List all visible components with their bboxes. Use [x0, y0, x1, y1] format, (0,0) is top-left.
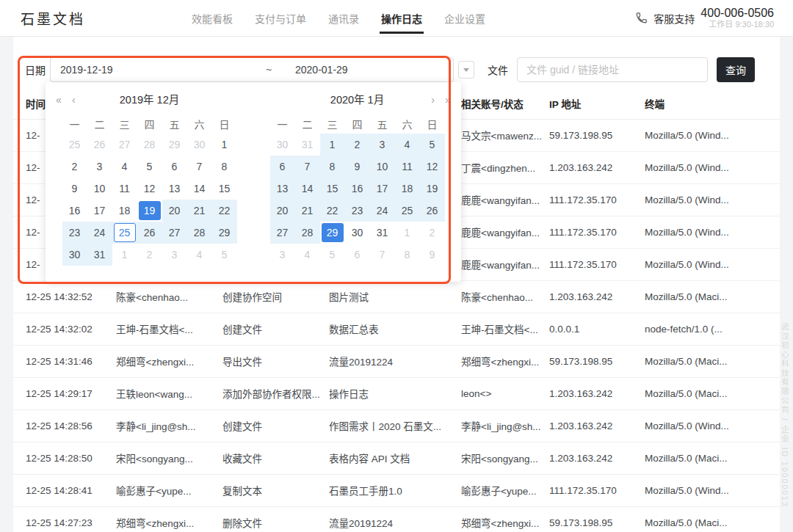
table-row[interactable]: 12-25 14:29:17王轶leon<wang...添加外部协作者权限...…	[13, 377, 780, 409]
calendar-day[interactable]: 15	[212, 178, 237, 200]
calendar-day[interactable]: 26	[420, 200, 445, 222]
calendar-day[interactable]: 7	[187, 156, 212, 178]
calendar-day[interactable]: 10	[370, 156, 395, 178]
calendar-day[interactable]: 4	[187, 244, 212, 266]
calendar-day[interactable]: 30	[187, 134, 212, 156]
nav-item-active[interactable]: 操作日志	[370, 0, 433, 37]
calendar-day[interactable]: 8	[395, 244, 420, 266]
table-row[interactable]: 12-25 14:32:52陈豪<chenhao...创建协作空间图片测试陈豪<…	[13, 280, 780, 313]
date-range-end[interactable]: 2020-01-29	[295, 64, 348, 76]
calendar-day[interactable]: 3	[370, 134, 395, 156]
calendar-day[interactable]: 26	[137, 222, 162, 244]
calendar-day[interactable]: 29	[320, 222, 345, 244]
calendar-day[interactable]: 25	[112, 222, 137, 244]
calendar-day[interactable]: 8	[212, 156, 237, 178]
calendar-day[interactable]: 18	[112, 200, 137, 222]
calendar-day[interactable]: 30	[345, 222, 370, 244]
calendar-day[interactable]: 24	[87, 222, 112, 244]
table-row[interactable]: 12-25 14:31:46郑细弯<zhengxi...导出文件流量201912…	[13, 345, 780, 377]
calendar-day[interactable]: 17	[370, 178, 395, 200]
calendar-day[interactable]: 3	[87, 156, 112, 178]
next-year-icon[interactable]: »	[445, 92, 451, 107]
calendar-day[interactable]: 9	[420, 244, 445, 266]
calendar-day[interactable]: 5	[212, 244, 237, 266]
nav-item-link[interactable]: 企业设置	[433, 0, 496, 37]
calendar-day[interactable]: 7	[295, 156, 320, 178]
calendar-day[interactable]: 4	[112, 156, 137, 178]
next-month-icon[interactable]: ›	[431, 92, 435, 107]
calendar-day[interactable]: 14	[295, 178, 320, 200]
query-button[interactable]: 查询	[717, 57, 755, 82]
calendar-day[interactable]: 1	[320, 134, 345, 156]
calendar-day[interactable]: 21	[295, 200, 320, 222]
calendar-day[interactable]: 15	[320, 178, 345, 200]
calendar-day[interactable]: 1	[395, 222, 420, 244]
calendar-day[interactable]: 27	[162, 222, 187, 244]
calendar-day[interactable]: 23	[62, 222, 87, 244]
calendar-day[interactable]: 20	[270, 200, 295, 222]
table-row[interactable]: 12-25 14:28:41喻彭惠子<yupe...复制文本石墨员工手册1.0喻…	[13, 474, 780, 506]
calendar-day[interactable]: 11	[395, 156, 420, 178]
calendar-day[interactable]: 9	[345, 156, 370, 178]
calendar-day[interactable]: 4	[295, 244, 320, 266]
nav-item-link[interactable]: 通讯录	[317, 0, 370, 37]
calendar-day[interactable]: 1	[112, 244, 137, 266]
calendar-day[interactable]: 11	[112, 178, 137, 200]
calendar-day[interactable]: 6	[162, 156, 187, 178]
prev-month-icon[interactable]: ‹	[72, 92, 76, 107]
calendar-day[interactable]: 6	[345, 244, 370, 266]
calendar-day[interactable]: 17	[87, 200, 112, 222]
calendar-day[interactable]: 27	[112, 134, 137, 156]
calendar-day[interactable]: 29	[212, 222, 237, 244]
calendar-day[interactable]: 19	[137, 200, 162, 222]
table-row[interactable]: 12-25 14:28:50宋阳<songyang...收藏文件表格内容 API…	[13, 442, 780, 474]
calendar-day[interactable]: 18	[395, 178, 420, 200]
calendar-day[interactable]: 31	[87, 244, 112, 266]
table-row[interactable]: 12-25 14:32:02王坤-石墨文档<...创建文件数据汇总表王坤-石墨文…	[13, 313, 780, 345]
calendar-day[interactable]: 1	[212, 134, 237, 156]
date-preset-select[interactable]	[458, 61, 474, 79]
calendar-day[interactable]: 23	[345, 200, 370, 222]
calendar-day[interactable]: 30	[270, 134, 295, 156]
table-row[interactable]: 12-25 14:28:56李静<li_jing@sh...创建文件作图需求丨2…	[13, 409, 780, 442]
nav-item-link[interactable]: 效能看板	[181, 0, 244, 37]
calendar-day[interactable]: 2	[420, 222, 445, 244]
table-row[interactable]: 12-25 14:27:23郑细弯<zhengxi...删除文件流量201912…	[13, 506, 780, 532]
calendar-day[interactable]: 16	[345, 178, 370, 200]
calendar-day[interactable]: 5	[420, 134, 445, 156]
calendar-day[interactable]: 28	[295, 222, 320, 244]
calendar-day[interactable]: 10	[87, 178, 112, 200]
calendar-day[interactable]: 2	[137, 244, 162, 266]
calendar-day[interactable]: 31	[370, 222, 395, 244]
calendar-day[interactable]: 30	[62, 244, 87, 266]
date-range-start[interactable]: 2019-12-19	[60, 64, 266, 76]
file-guid-input[interactable]	[517, 57, 708, 82]
calendar-day[interactable]: 5	[137, 156, 162, 178]
calendar-day[interactable]: 22	[320, 200, 345, 222]
calendar-day[interactable]: 14	[187, 178, 212, 200]
calendar-day[interactable]: 29	[162, 134, 187, 156]
calendar-day[interactable]: 25	[395, 200, 420, 222]
calendar-day[interactable]: 27	[270, 222, 295, 244]
calendar-day[interactable]: 3	[270, 244, 295, 266]
calendar-day[interactable]: 2	[345, 134, 370, 156]
calendar-day[interactable]: 7	[370, 244, 395, 266]
calendar-day[interactable]: 8	[320, 156, 345, 178]
calendar-day[interactable]: 13	[270, 178, 295, 200]
date-range-input[interactable]: 2019-12-19 ~ 2020-01-29	[50, 57, 454, 82]
calendar-day[interactable]: 12	[420, 156, 445, 178]
calendar-day[interactable]: 5	[320, 244, 345, 266]
calendar-day[interactable]: 6	[270, 156, 295, 178]
calendar-day[interactable]: 25	[62, 134, 87, 156]
calendar-day[interactable]: 19	[420, 178, 445, 200]
calendar-day[interactable]: 28	[187, 222, 212, 244]
calendar-day[interactable]: 31	[295, 134, 320, 156]
calendar-day[interactable]: 2	[62, 156, 87, 178]
calendar-day[interactable]: 22	[212, 200, 237, 222]
calendar-day[interactable]: 20	[162, 200, 187, 222]
calendar-day[interactable]: 28	[137, 134, 162, 156]
calendar-day[interactable]: 9	[62, 178, 87, 200]
calendar-day[interactable]: 21	[187, 200, 212, 222]
calendar-day[interactable]: 26	[87, 134, 112, 156]
prev-year-icon[interactable]: «	[56, 92, 62, 107]
